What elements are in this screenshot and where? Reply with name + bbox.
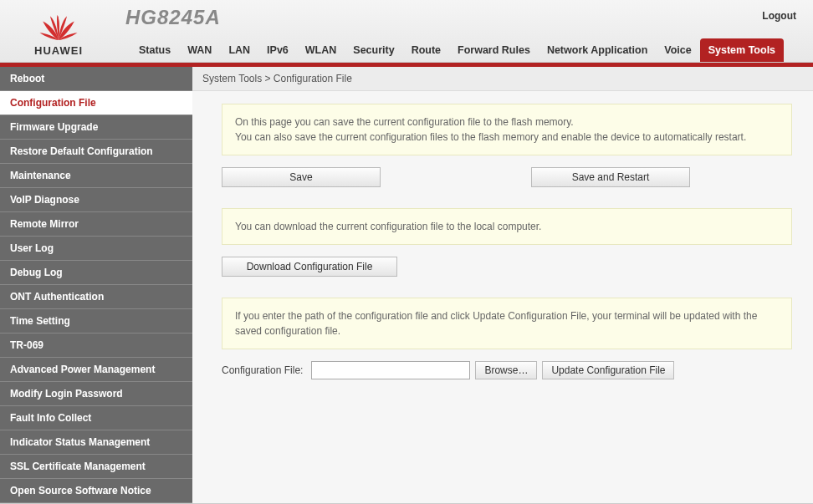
sidebar-item-fault-info-collect[interactable]: Fault Info Collect bbox=[0, 406, 192, 430]
update-config-button[interactable]: Update Configuration File bbox=[542, 361, 674, 379]
nav-tab-ipv6[interactable]: IPv6 bbox=[258, 38, 297, 62]
download-config-button[interactable]: Download Configuration File bbox=[222, 257, 397, 277]
sidebar-item-restore-default-configuration[interactable]: Restore Default Configuration bbox=[0, 140, 192, 164]
config-file-input[interactable] bbox=[311, 361, 470, 379]
brand-text: HUAWEI bbox=[0, 44, 117, 57]
sidebar-item-ssl-certificate-management[interactable]: SSL Certificate Management bbox=[0, 455, 192, 479]
browse-button[interactable]: Browse… bbox=[475, 361, 537, 379]
save-restart-button[interactable]: Save and Restart bbox=[531, 167, 690, 187]
nav-tab-route[interactable]: Route bbox=[403, 38, 449, 62]
sidebar-item-voip-diagnose[interactable]: VoIP Diagnose bbox=[0, 188, 192, 212]
breadcrumb: System Tools > Configuration File bbox=[192, 67, 813, 91]
sidebar-item-maintenance[interactable]: Maintenance bbox=[0, 164, 192, 188]
nav-tab-wlan[interactable]: WLAN bbox=[297, 38, 345, 62]
huawei-petal-icon bbox=[38, 13, 79, 43]
info-save: On this page you can save the current co… bbox=[222, 104, 792, 155]
sidebar-item-reboot[interactable]: Reboot bbox=[0, 67, 192, 91]
model-name: HG8245A bbox=[125, 6, 221, 29]
save-button[interactable]: Save bbox=[222, 167, 381, 187]
sidebar-item-configuration-file[interactable]: Configuration File bbox=[0, 91, 192, 115]
nav-tab-system-tools[interactable]: System Tools bbox=[700, 38, 784, 62]
nav-tab-security[interactable]: Security bbox=[345, 38, 402, 62]
logout-link[interactable]: Logout bbox=[762, 10, 796, 22]
info-text: You can also save the current configurat… bbox=[235, 130, 779, 145]
huawei-logo: HUAWEI bbox=[0, 5, 117, 57]
info-update: If you enter the path of the configurati… bbox=[222, 298, 792, 349]
sidebar-item-tr-069[interactable]: TR-069 bbox=[0, 333, 192, 358]
sidebar: RebootConfiguration FileFirmware Upgrade… bbox=[0, 67, 192, 503]
sidebar-item-user-log[interactable]: User Log bbox=[0, 237, 192, 261]
config-file-label: Configuration File: bbox=[222, 364, 303, 376]
sidebar-item-ont-authentication[interactable]: ONT Authentication bbox=[0, 285, 192, 309]
nav-tab-network-application[interactable]: Network Application bbox=[539, 38, 656, 62]
nav-tab-voice[interactable]: Voice bbox=[656, 38, 699, 62]
sidebar-item-time-setting[interactable]: Time Setting bbox=[0, 309, 192, 333]
nav-tab-wan[interactable]: WAN bbox=[179, 38, 220, 62]
sidebar-item-modify-login-password[interactable]: Modify Login Password bbox=[0, 382, 192, 406]
sidebar-item-debug-log[interactable]: Debug Log bbox=[0, 261, 192, 285]
info-text: On this page you can save the current co… bbox=[235, 115, 779, 130]
sidebar-item-advanced-power-management[interactable]: Advanced Power Management bbox=[0, 358, 192, 382]
nav-tab-lan[interactable]: LAN bbox=[220, 38, 258, 62]
nav-tab-status[interactable]: Status bbox=[130, 38, 179, 62]
nav-tab-forward-rules[interactable]: Forward Rules bbox=[449, 38, 539, 62]
main-nav: StatusWANLANIPv6WLANSecurityRouteForward… bbox=[117, 34, 813, 62]
sidebar-item-open-source-software-notice[interactable]: Open Source Software Notice bbox=[0, 479, 192, 503]
sidebar-item-firmware-upgrade[interactable]: Firmware Upgrade bbox=[0, 115, 192, 140]
info-download: You can download the current configurati… bbox=[222, 208, 792, 245]
sidebar-item-remote-mirror[interactable]: Remote Mirror bbox=[0, 212, 192, 237]
sidebar-item-indicator-status-management[interactable]: Indicator Status Management bbox=[0, 430, 192, 455]
